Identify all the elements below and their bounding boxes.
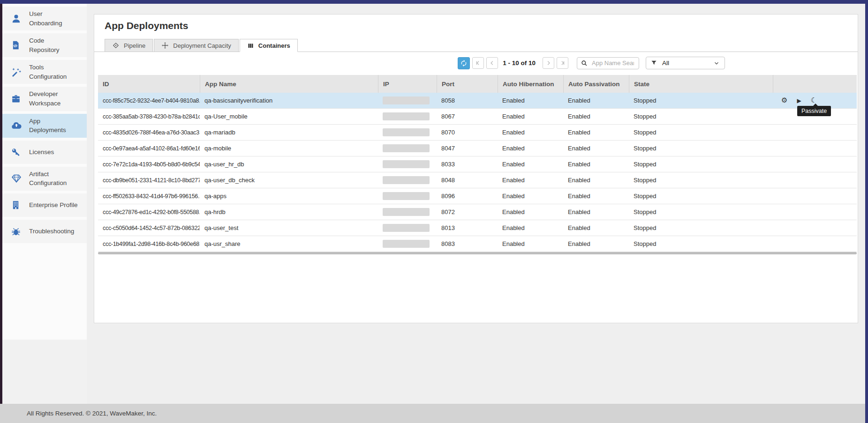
- cell-port: 8083: [437, 240, 498, 247]
- tab-pipeline[interactable]: Pipeline: [105, 39, 153, 52]
- cloud-upload-icon: [11, 120, 23, 131]
- ip-redacted-value: [383, 112, 430, 120]
- filter-select[interactable]: All: [646, 57, 725, 69]
- cell-auto-hibernation: Enabled: [498, 224, 563, 231]
- filter-value: All: [662, 59, 669, 67]
- sidebar-item-troubleshooting[interactable]: Troubleshooting: [2, 220, 87, 243]
- code-file-icon: [11, 40, 23, 51]
- tab-containers[interactable]: Containers: [240, 39, 298, 52]
- table-row[interactable]: ccc-f85c75c2-9232-4ee7-b404-9810a8...qa-…: [98, 93, 857, 109]
- ip-redacted-value: [383, 128, 430, 136]
- next-page-icon: [545, 60, 551, 66]
- settings-icon[interactable]: ⚙: [781, 97, 787, 104]
- cell-id: ccc-1b499fa1-2d98-416b-8c4b-960e68...: [98, 241, 200, 247]
- tooltip-passivate: Passivate: [797, 106, 831, 116]
- table-row[interactable]: ccc-0e97aea4-a5af-4102-86a1-fd60e16...qa…: [98, 141, 857, 156]
- column-header-state: State: [629, 75, 773, 93]
- cell-auto-passivation: Enabled: [563, 193, 629, 200]
- cell-port: 8013: [437, 224, 498, 231]
- sidebar-item-user-onboarding[interactable]: UserOnboarding: [2, 7, 87, 30]
- horizontal-scrollbar[interactable]: [98, 252, 857, 254]
- cell-ip: [378, 176, 437, 184]
- first-page-button[interactable]: [472, 57, 484, 69]
- last-page-button[interactable]: [557, 57, 568, 69]
- cell-app-name: qa-user_hr_db: [200, 161, 378, 168]
- cell-auto-passivation: Enabled: [563, 145, 629, 152]
- sidebar-item-label: CodeRepository: [29, 36, 60, 54]
- last-page-icon: [559, 60, 566, 66]
- ip-redacted-value: [383, 96, 430, 104]
- cell-port: 8033: [437, 161, 498, 168]
- cell-state: Stopped: [629, 97, 773, 104]
- row-actions: [773, 156, 857, 172]
- cell-port: 8067: [437, 113, 498, 120]
- cell-id: ccc-f85c75c2-9232-4ee7-b404-9810a8...: [98, 97, 200, 104]
- sidebar-item-developer-workspace[interactable]: DeveloperWorkspace: [2, 87, 87, 111]
- cell-auto-hibernation: Enabled: [498, 177, 563, 184]
- cell-state: Stopped: [629, 193, 773, 200]
- table-row[interactable]: ccc-c5050d64-1452-4c57-872b-086322...qa-…: [98, 220, 857, 236]
- cell-state: Stopped: [629, 161, 773, 168]
- refresh-button[interactable]: [458, 57, 470, 69]
- cell-ip: [378, 96, 437, 104]
- cell-auto-passivation: Enabled: [563, 177, 629, 184]
- cell-auto-hibernation: Enabled: [498, 161, 563, 168]
- search-input[interactable]: [591, 59, 635, 67]
- sidebar-item-app-deployments[interactable]: AppDeployments: [2, 114, 87, 138]
- table-row[interactable]: ccc-49c27876-ed1c-4292-b0f8-550588...qa-…: [98, 204, 857, 220]
- row-actions: [773, 204, 857, 220]
- ip-redacted-value: [383, 224, 430, 232]
- column-header-auto-passivation: Auto Passivation: [563, 75, 629, 93]
- sidebar-item-label: Licenses: [29, 148, 54, 157]
- briefcase-icon: [11, 93, 23, 104]
- sidebar-item-licenses[interactable]: Licenses: [2, 141, 87, 164]
- cell-auto-passivation: Enabled: [563, 208, 629, 215]
- previous-page-icon: [489, 60, 495, 66]
- cell-auto-hibernation: Enabled: [498, 193, 563, 200]
- sidebar-item-label: DeveloperWorkspace: [29, 89, 60, 108]
- tab-label: Pipeline: [124, 42, 145, 49]
- passivate-icon[interactable]: ☾: [811, 97, 817, 104]
- column-header-auto-hibernation: Auto Hibernation: [498, 75, 563, 93]
- key-icon: [11, 147, 23, 158]
- start-icon[interactable]: ▶: [797, 98, 801, 104]
- tab-strip: PipelineDeployment CapacityContainers: [94, 39, 858, 52]
- row-actions: [773, 141, 857, 156]
- table-row[interactable]: ccc-db9be051-2331-4121-8c10-8bd277...qa-…: [98, 172, 857, 188]
- ip-redacted-value: [383, 176, 430, 184]
- cell-ip: [378, 192, 437, 200]
- sidebar-item-enterprise-profile[interactable]: Enterprise Profile: [2, 193, 87, 217]
- table-row[interactable]: ccc-1b499fa1-2d98-416b-8c4b-960e68...qa-…: [98, 236, 857, 252]
- column-header-app-name: App Name: [200, 75, 378, 93]
- sidebar-item-label: AppDeployments: [29, 117, 66, 135]
- columns-icon: [247, 42, 254, 49]
- ip-redacted-value: [383, 144, 430, 152]
- cell-port: 8058: [437, 97, 498, 104]
- sidebar-item-label: Troubleshooting: [29, 227, 74, 236]
- next-page-button[interactable]: [543, 57, 554, 69]
- table-row[interactable]: ccc-385aa5ab-3788-4230-b78a-b2841c...qa-…: [98, 109, 857, 125]
- tab-deployment-capacity[interactable]: Deployment Capacity: [154, 39, 239, 52]
- table-row[interactable]: ccc-4835d026-788f-46ea-a76d-30aac3...qa-…: [98, 125, 857, 141]
- first-page-icon: [475, 60, 481, 66]
- sidebar-item-tools-configuration[interactable]: ToolsConfiguration: [2, 60, 87, 84]
- right-edge-strip: [865, 4, 868, 423]
- table-row[interactable]: ccc-7e72c1da-4193-4b05-b8d0-6b9c54...qa-…: [98, 156, 857, 172]
- tab-label: Deployment Capacity: [173, 42, 231, 49]
- cell-auto-hibernation: Enabled: [498, 208, 563, 215]
- pipeline-icon: [112, 42, 120, 49]
- previous-page-button[interactable]: [486, 57, 498, 69]
- magic-wand-icon: [11, 67, 23, 78]
- cell-auto-passivation: Enabled: [563, 113, 629, 120]
- table-body: ccc-f85c75c2-9232-4ee7-b404-9810a8...qa-…: [98, 93, 857, 252]
- row-actions: [773, 172, 857, 188]
- sidebar-item-code-repository[interactable]: CodeRepository: [2, 33, 87, 57]
- cell-app-name: qa-mobile: [200, 145, 378, 152]
- sidebar-item-artifact-configuration[interactable]: ArtifactConfiguration: [2, 167, 87, 191]
- cell-port: 8048: [437, 177, 498, 184]
- table-row[interactable]: ccc-ff502633-8432-41d4-97b6-996156...qa-…: [98, 188, 857, 204]
- sidebar-item-label: UserOnboarding: [29, 9, 62, 28]
- copyright-text: All Rights Reserved. © 2021, WaveMaker, …: [27, 410, 157, 417]
- cell-port: 8072: [437, 208, 498, 215]
- cell-port: 8047: [437, 145, 498, 152]
